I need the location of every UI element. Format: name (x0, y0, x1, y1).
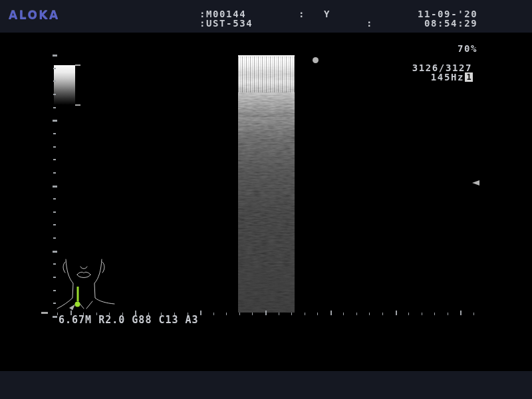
width-ruler-major-tick (331, 311, 332, 315)
width-ruler-tick (356, 313, 357, 315)
grayscale-top-tick (75, 65, 80, 66)
depth-ruler-tick (53, 290, 56, 291)
power-percentage: 70% (458, 44, 477, 53)
upper-lip-outline (77, 272, 90, 275)
frame-counter: 3126/3127 (412, 63, 472, 72)
probe-position-marker (69, 287, 80, 311)
depth-ruler-tick (53, 224, 56, 225)
width-ruler-tick (252, 313, 253, 315)
width-ruler-tick (188, 313, 188, 315)
depth-ruler-major-tick (53, 316, 57, 318)
width-ruler-tick (96, 313, 97, 315)
right-ear-outline (102, 262, 104, 273)
width-ruler-tick (408, 313, 409, 315)
width-ruler-tick (343, 313, 344, 315)
left-ear-outline (63, 262, 65, 273)
body-marker-neck (57, 250, 115, 313)
time-display: 08:54:29 (424, 19, 477, 28)
header-bar: ALOKA :M00144 : Y 11-09-'20 :UST-534 : 0… (0, 0, 532, 33)
lower-lip-outline (77, 275, 90, 278)
field-separator-2: : (366, 19, 373, 28)
date-display: 11-09-'20 (418, 9, 477, 19)
width-ruler-tick (83, 313, 84, 315)
depth-ruler-tick (53, 172, 56, 174)
width-ruler-tick (148, 313, 149, 315)
focus-number-badge: 1 (465, 72, 473, 82)
depth-ruler-tick (53, 133, 56, 134)
width-ruler-major-tick (396, 311, 397, 315)
depth-ruler-tick (53, 94, 56, 95)
depth-ruler-tick (53, 159, 56, 160)
grain-noise-overlay (238, 55, 295, 313)
width-ruler-tick (57, 313, 58, 315)
width-ruler-tick (317, 313, 318, 315)
patient-id-field: :M00144 (200, 9, 246, 19)
footer-bar: 10:Carotid Probe:534 (0, 371, 532, 399)
ultrasound-image (238, 55, 295, 313)
depth-ruler-tick (53, 146, 56, 148)
width-ruler-tick (305, 313, 305, 315)
depth-ruler-major-tick (53, 55, 57, 57)
orientation-dot (313, 57, 319, 63)
width-ruler-tick (161, 313, 162, 315)
depth-ruler-tick (53, 198, 56, 200)
ruler-corner-mark (41, 312, 48, 314)
depth-ruler-tick (53, 68, 56, 69)
width-ruler-tick (109, 313, 110, 315)
face-left-outline (57, 259, 73, 309)
width-ruler-major-tick (135, 311, 136, 315)
collar-right-line (86, 301, 92, 309)
pointer-arrow-icon (69, 305, 75, 311)
depth-ruler-tick (53, 107, 56, 108)
frame-rate: 145Hz (431, 72, 464, 82)
depth-ruler-tick (53, 237, 56, 239)
probe-model-field: :UST-534 (200, 19, 253, 28)
frame-rate-line: 145Hz 1 (431, 72, 473, 82)
width-ruler-tick (369, 313, 370, 315)
width-ruler-tick (239, 313, 240, 315)
width-ruler-tick (448, 313, 448, 315)
depth-ruler-tick (53, 303, 56, 304)
depth-ruler-major-tick (53, 186, 57, 188)
depth-ruler-major-tick (53, 251, 57, 253)
width-ruler-tick (473, 313, 474, 315)
depth-ruler-tick (53, 277, 56, 278)
grayscale-bar (54, 65, 75, 104)
focus-arrow-icon (472, 180, 479, 186)
depth-ruler-tick (53, 263, 56, 265)
width-ruler-major-tick (70, 311, 72, 315)
width-ruler-major-tick (460, 311, 462, 315)
width-ruler-tick (291, 313, 292, 315)
width-ruler-major-tick (265, 311, 267, 315)
width-ruler-tick (213, 313, 214, 315)
width-ruler-major-tick (200, 311, 201, 315)
width-ruler-tick (122, 313, 123, 315)
grayscale-bottom-tick (75, 104, 80, 106)
probe-line-marker (77, 287, 79, 301)
nose-outline (80, 267, 87, 269)
width-ruler-tick (422, 313, 422, 315)
probe-origin-dot (75, 302, 80, 307)
acquisition-params-readout: 6.67M R2.0 G88 C13 A3 (59, 315, 199, 325)
flag-indicator: Y (324, 9, 331, 19)
width-ruler-tick (174, 313, 175, 315)
depth-ruler-tick (53, 80, 56, 82)
width-ruler-tick (434, 313, 435, 315)
width-ruler-tick (226, 313, 227, 315)
width-ruler-tick (279, 313, 279, 315)
width-ruler-tick (382, 313, 383, 315)
brand-logo: ALOKA (9, 9, 60, 22)
depth-ruler-tick (53, 211, 56, 213)
field-separator-1: : (299, 9, 305, 19)
depth-ruler-major-tick (53, 120, 57, 122)
ultrasound-screen: ALOKA :M00144 : Y 11-09-'20 :UST-534 : 0… (0, 0, 532, 399)
